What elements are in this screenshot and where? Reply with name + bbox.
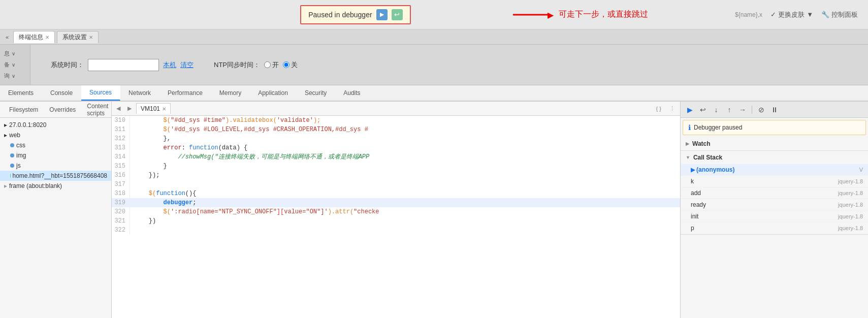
call-stack-file-5: jquery-1.8 — [838, 225, 863, 231]
tab-performance[interactable]: Performance — [159, 85, 211, 101]
tab-audits[interactable]: Audits — [335, 85, 369, 101]
ntp-radio-group: 开 关 — [264, 60, 298, 70]
tab-network[interactable]: Network — [120, 85, 159, 101]
editor-nav-fwd[interactable]: ▶ — [125, 104, 134, 113]
step-over-btn[interactable]: ↩ — [698, 105, 708, 115]
var-label: ${name},x — [735, 11, 762, 18]
code-line-321: 321 }) — [112, 216, 680, 226]
tree-frame[interactable]: ▸ frame (about:blank) — [0, 181, 111, 191]
deactivate-breakpoints-btn[interactable]: ⊘ — [756, 105, 766, 115]
code-editor-area: ◀ ▶ VM101 ✕ { } ⋮ 310 $("#dd_sys #time")… — [112, 102, 680, 318]
call-stack-item-0[interactable]: ▶ (anonymous) V — [681, 164, 868, 176]
tab-terminal-info[interactable]: 终端信息 ✕ — [13, 31, 55, 43]
tree-js[interactable]: js — [0, 161, 111, 171]
code-line-315: 315 } — [112, 162, 680, 171]
folder-css-icon — [10, 143, 14, 147]
editor-nav-back[interactable]: ◀ — [114, 104, 123, 113]
editor-tab-vm101[interactable]: VM101 ✕ — [136, 103, 171, 114]
annotation-area: 可走下一步，或直接跳过 — [513, 9, 648, 20]
system-time-input[interactable] — [88, 59, 159, 71]
top-right-area: ${name},x ✓ 更换皮肤 ▼ 🔧 控制面板 — [735, 10, 858, 19]
step-into-btn[interactable]: ↓ — [711, 105, 721, 115]
tab-application[interactable]: Application — [250, 85, 297, 101]
ntp-on-radio[interactable]: 开 — [264, 60, 279, 70]
folder-img-icon — [10, 153, 14, 157]
code-line-310: 310 $("#dd_sys #time").validatebox('vali… — [112, 116, 680, 125]
code-line-319: 319 debugger; — [112, 198, 680, 207]
step-over-button[interactable] — [392, 9, 403, 20]
code-line-318: 318 $(function(){ — [112, 189, 680, 198]
ntp-off-radio[interactable]: 关 — [283, 60, 298, 70]
skin-button[interactable]: ✓ 更换皮肤 ▼ — [770, 10, 813, 19]
subtab-filesystem[interactable]: Filesystem — [4, 104, 43, 115]
call-stack-file-1: jquery-1.8 — [838, 178, 863, 184]
code-line-311: 311 $('#dd_sys #LOG_LEVEL,#dd_sys #CRASH… — [112, 125, 680, 134]
call-stack-chevron-icon: ▼ — [686, 155, 690, 160]
sidebar-item-xi[interactable]: 息 ∨ — [4, 50, 26, 57]
tree-home-html[interactable]: home.html?__hbt=1551875668408 — [0, 171, 111, 181]
resume-button[interactable] — [376, 9, 388, 20]
tab-sources[interactable]: Sources — [81, 85, 120, 101]
editor-more-button[interactable]: ⋮ — [666, 104, 678, 113]
subtab-content-scripts[interactable]: Content scripts — [82, 101, 113, 119]
resume-execution-btn[interactable]: ▶ — [685, 105, 695, 115]
local-link[interactable]: 本机 — [163, 60, 176, 70]
code-line-314: 314 //showMsg("连接终端失败，可能是与终端网络不通，或者是终端AP… — [112, 152, 680, 162]
code-editor[interactable]: 310 $("#dd_sys #time").validatebox('vali… — [112, 116, 680, 318]
system-time-row: 系统时间： 本机 清空 — [51, 59, 194, 71]
tree-img[interactable]: img — [0, 150, 111, 161]
app-tabs-bar: « 终端信息 ✕ 系统设置 ✕ — [0, 29, 868, 45]
folder-js-icon — [10, 164, 14, 168]
call-stack-header[interactable]: ▼ Call Stack — [681, 151, 868, 164]
call-stack-label: Call Stack — [693, 154, 722, 161]
step-btn[interactable]: → — [737, 105, 748, 115]
pause-btn[interactable]: ⏸ — [769, 105, 780, 115]
current-frame-icon: ▶ — [691, 167, 696, 173]
folder-icon: ▸ — [4, 121, 7, 129]
call-stack-name-3: ready — [691, 201, 706, 208]
tab-memory[interactable]: Memory — [211, 85, 250, 101]
watch-label: Watch — [692, 140, 711, 147]
watch-header[interactable]: ▶ Watch — [681, 137, 868, 150]
tab-elements[interactable]: Elements — [0, 85, 42, 101]
wrench-icon: 🔧 — [821, 11, 829, 18]
folder-open-icon: ▸ — [4, 132, 7, 139]
step-out-btn[interactable]: ↑ — [724, 105, 734, 115]
subtab-overrides[interactable]: Overrides — [44, 104, 81, 115]
tab-close-terminal[interactable]: ✕ — [45, 35, 49, 40]
annotation-text: 可走下一步，或直接跳过 — [559, 9, 648, 20]
debugger-paused-label: Debugger paused — [694, 124, 742, 131]
tab-security[interactable]: Security — [297, 85, 335, 101]
sources-subtabs: Filesystem Overrides Content scripts Sni… — [0, 102, 111, 118]
tree-css[interactable]: css — [0, 140, 111, 150]
call-stack-item-5[interactable]: p jquery-1.8 — [681, 222, 868, 234]
tree-web[interactable]: ▸ web — [0, 130, 111, 140]
editor-tab-close-icon[interactable]: ✕ — [162, 106, 166, 112]
top-bar: Paused in debugger 可走下一步，或直接跳过 ${name},x… — [0, 0, 868, 29]
call-stack-file-0: V — [859, 167, 863, 173]
editor-tab-bar: ◀ ▶ VM101 ✕ { } ⋮ — [112, 102, 680, 116]
tab-close-system[interactable]: ✕ — [89, 35, 93, 40]
editor-format-button[interactable]: { } — [653, 104, 664, 113]
chevron-xun-icon: ∨ — [12, 73, 15, 79]
call-stack-item-3[interactable]: ready jquery-1.8 — [681, 199, 868, 211]
ntp-label: NTP同步时间： — [214, 60, 260, 70]
sidebar-item-bei[interactable]: 备 ∨ — [4, 61, 26, 69]
call-stack-item-1[interactable]: k jquery-1.8 — [681, 176, 868, 187]
chevron-bei-icon: ∨ — [12, 62, 15, 68]
chevron-xi-icon: ∨ — [12, 51, 15, 56]
call-stack-item-2[interactable]: add jquery-1.8 — [681, 187, 868, 199]
tree-host[interactable]: ▸ 27.0.0.1:8020 — [0, 120, 111, 130]
ntp-row: NTP同步时间： 开 关 — [214, 60, 298, 70]
tab-system-settings[interactable]: 系统设置 ✕ — [57, 31, 99, 43]
panel-button[interactable]: 🔧 控制面板 — [821, 10, 858, 19]
collapse-button[interactable]: « — [2, 32, 12, 42]
clear-link[interactable]: 清空 — [180, 60, 194, 70]
tab-console[interactable]: Console — [42, 85, 81, 101]
call-stack-name-5: p — [691, 225, 694, 232]
call-stack-item-4[interactable]: init jquery-1.8 — [681, 211, 868, 222]
info-icon: ℹ — [688, 123, 691, 132]
code-line-313: 313 error: function(data) { — [112, 143, 680, 152]
sidebar-label-xi: 息 — [4, 50, 10, 57]
sidebar-item-xun[interactable]: 询 ∨ — [4, 72, 26, 80]
